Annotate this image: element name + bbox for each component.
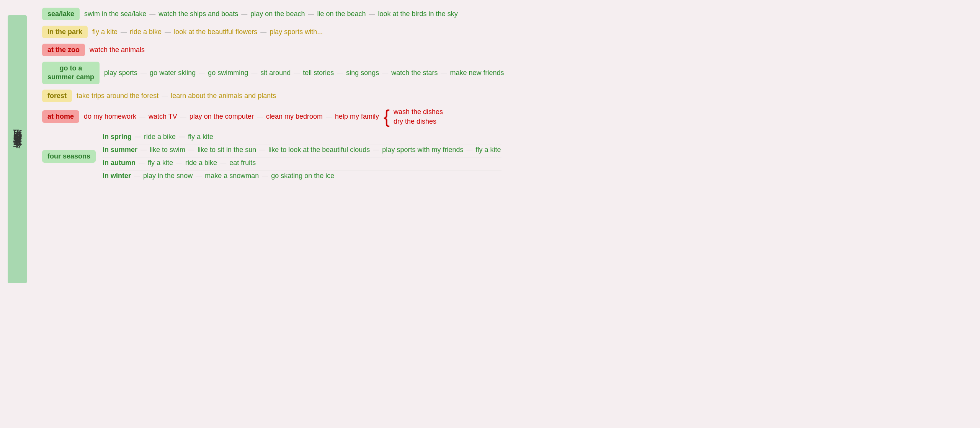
brace-section: { wash the dishes dry the dishes (380, 108, 444, 126)
item-go-swimming: go swimming (208, 69, 248, 77)
brace-symbol: { (384, 108, 390, 126)
sep: — (382, 69, 388, 76)
row-forest: forest take trips around the forest — le… (42, 90, 965, 102)
sep: — (373, 146, 379, 153)
item-watch-stars: watch the stars (391, 69, 438, 77)
item-winter-3: go skating on the ice (271, 172, 334, 180)
label-summer: in summer (103, 146, 137, 154)
item-watch-animals: watch the animals (90, 46, 145, 54)
sidebar: 作文素材动词词组 (8, 15, 27, 283)
sep: — (241, 11, 247, 18)
item-autumn-1: fly a kite (148, 159, 173, 167)
item-winter-2: make a snowman (205, 172, 259, 180)
item-make-friends: make new friends (450, 69, 504, 77)
item-computer: play on the computer (189, 113, 254, 121)
item-fly-kite-park: fly a kite (92, 28, 118, 36)
sep: — (196, 172, 202, 179)
season-winter: in winter — play in the snow — make a sn… (102, 170, 501, 181)
sep: — (162, 92, 168, 99)
item-summer-3: like to look at the beautiful clouds (268, 146, 370, 154)
item-winter-1: play in the snow (143, 172, 193, 180)
four-seasons-content: in spring — ride a bike — fly a kite in … (102, 131, 501, 181)
row-four-seasons: four seasons in spring — ride a bike — f… (42, 131, 965, 181)
item-dry-dishes: dry the dishes (394, 118, 443, 126)
season-summer: in summer — like to swim — like to sit i… (102, 144, 501, 155)
sep: — (441, 69, 447, 76)
item-autumn-2: ride a bike (185, 159, 217, 167)
sep: — (140, 146, 147, 153)
main-content: sea/lake swim in the sea/lake — watch th… (27, 0, 980, 194)
item-sing-songs: sing songs (346, 69, 379, 77)
sep: — (139, 113, 145, 120)
sep: — (135, 133, 141, 140)
season-autumn: in autumn — fly a kite — ride a bike — e… (102, 157, 501, 168)
sep: — (369, 11, 375, 18)
item-lie-beach: lie on the beach (317, 10, 366, 18)
item-trips-forest: take trips around the forest (77, 92, 158, 100)
item-ride-bike-park: ride a bike (130, 28, 162, 36)
sidebar-label: 作文素材动词词组 (11, 143, 23, 155)
item-look-flowers: look at the beautiful flowers (174, 28, 257, 36)
row-in-the-park: in the park fly a kite — ride a bike — l… (42, 26, 965, 38)
sep: — (176, 159, 182, 166)
tag-summer-camp: go to a summer camp (42, 62, 100, 84)
item-homework: do my homework (84, 113, 136, 121)
row-summer-camp: go to a summer camp play sports — go wat… (42, 62, 965, 84)
sep: — (294, 69, 300, 76)
tag-in-the-park: in the park (42, 26, 88, 38)
item-help-family: help my family (335, 113, 379, 121)
item-summer-5: fly a kite (475, 146, 501, 154)
item-learn-animals: learn about the animals and plants (171, 92, 276, 100)
sep: — (199, 69, 205, 76)
item-swim: swim in the sea/lake (84, 10, 146, 18)
item-play-sports-camp: play sports (104, 69, 137, 77)
sep: — (337, 69, 343, 76)
item-wash-dishes: wash the dishes (394, 108, 443, 116)
item-watch-tv: watch TV (149, 113, 177, 121)
item-autumn-3: eat fruits (229, 159, 256, 167)
sep: — (140, 69, 147, 76)
sep: — (262, 172, 268, 179)
label-winter: in winter (103, 172, 131, 180)
item-spring-1: ride a bike (144, 133, 176, 141)
sep: — (259, 146, 265, 153)
tag-at-the-zoo: at the zoo (42, 44, 85, 56)
sep: — (121, 29, 127, 36)
sep: — (326, 113, 332, 120)
item-play-sports-park: play sports with... (270, 28, 323, 36)
sep: — (180, 113, 186, 120)
item-spring-2: fly a kite (188, 133, 213, 141)
item-clean-bedroom: clean my bedroom (266, 113, 323, 121)
sep: — (179, 133, 185, 140)
row-at-home: at home do my homework — watch TV — play… (42, 108, 965, 126)
item-watch-ships: watch the ships and boats (158, 10, 238, 18)
sep: — (466, 146, 472, 153)
item-water-skiing: go water skiing (150, 69, 196, 77)
sep: — (149, 11, 155, 18)
sep: — (188, 146, 194, 153)
tag-four-seasons: four seasons (42, 150, 96, 163)
item-summer-4: play sports with my friends (382, 146, 463, 154)
row-sea-lake: sea/lake swim in the sea/lake — watch th… (42, 8, 965, 20)
sep: — (260, 29, 266, 36)
sep: — (220, 159, 226, 166)
item-sit-around: sit around (260, 69, 291, 77)
item-tell-stories: tell stories (303, 69, 334, 77)
row-at-the-zoo: at the zoo watch the animals (42, 44, 965, 56)
tag-at-home: at home (42, 110, 79, 123)
item-play-beach: play on the beach (250, 10, 305, 18)
tag-forest: forest (42, 90, 72, 102)
sep: — (257, 113, 263, 120)
sep: — (251, 69, 257, 76)
label-spring: in spring (103, 133, 132, 141)
sep: — (134, 172, 140, 179)
sep: — (308, 11, 314, 18)
sep: — (139, 159, 145, 166)
item-summer-1: like to swim (150, 146, 185, 154)
brace-items: wash the dishes dry the dishes (393, 108, 444, 126)
season-spring: in spring — ride a bike — fly a kite (102, 131, 501, 142)
label-autumn: in autumn (103, 159, 136, 167)
item-look-birds: look at the birds in the sky (378, 10, 458, 18)
tag-sea-lake: sea/lake (42, 8, 80, 20)
sep: — (165, 29, 171, 36)
